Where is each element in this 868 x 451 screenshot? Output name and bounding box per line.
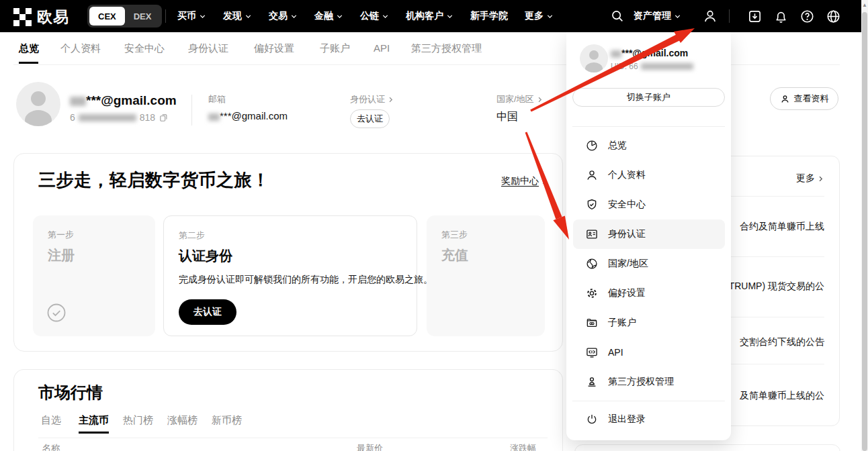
step-tag: 第三步	[441, 229, 530, 241]
stamp-icon	[585, 375, 599, 389]
onboarding-title: 三步走，轻启数字货币之旅！	[38, 168, 270, 192]
announcement-item[interactable]: 合约及简单赚币上线	[740, 221, 824, 233]
dropdown-item-overview[interactable]: 总览	[573, 131, 725, 160]
blurred-text	[70, 97, 86, 106]
search-icon	[610, 9, 625, 23]
brand-name: 欧易	[37, 7, 69, 28]
active-tab-underline	[19, 62, 38, 64]
menu-item-buy[interactable]: 买币	[177, 10, 206, 22]
dropdown-item-api[interactable]: API	[573, 338, 725, 367]
market-col-change: 涨跌幅	[510, 442, 536, 451]
dropdown-item-profile[interactable]: 个人资料	[573, 160, 725, 190]
view-profile-button[interactable]: 查看资料	[770, 87, 838, 110]
announcement-item[interactable]: TRUMP) 现货交易的公	[729, 281, 824, 293]
dropdown-item-logout[interactable]: 退出登录	[573, 405, 725, 434]
page-scrollbar[interactable]: ▲	[861, 0, 868, 451]
assets-menu[interactable]: 资产管理	[634, 0, 681, 32]
market-col-name: 名称	[42, 442, 60, 451]
top-navbar: 欧易 CEX DEX 买币 发现 交易 金融 公链 机构客户 新手学院 更多 资…	[0, 0, 868, 32]
chevron-down-icon	[446, 13, 453, 20]
tab-security[interactable]: 安全中心	[124, 42, 165, 55]
blurred-text	[611, 50, 621, 58]
dropdown-avatar	[580, 44, 608, 72]
market-card: 市场行情 自选 主流币 热门榜 涨幅榜 新币榜 名称 最新价 涨跌幅	[13, 369, 563, 451]
notifications-button[interactable]	[773, 0, 789, 32]
profile-divider	[191, 95, 192, 126]
dropdown-item-kyc[interactable]: 身份认证	[573, 219, 725, 249]
next-card-edge	[574, 444, 840, 451]
market-tab-favorites[interactable]: 自选	[41, 414, 61, 427]
scroll-up-arrow[interactable]: ▲	[861, 1, 868, 9]
top-menu: 买币 发现 交易 金融 公链 机构客户 新手学院 更多	[177, 0, 554, 32]
menu-item-academy[interactable]: 新手学院	[470, 10, 508, 22]
menu-item-discover[interactable]: 发现	[223, 10, 252, 22]
region-field-label[interactable]: 国家/地区	[496, 93, 544, 105]
market-tab-gainers[interactable]: 涨幅榜	[167, 414, 198, 427]
help-icon	[799, 9, 815, 24]
step-description: 完成身份认证即可解锁我们的所有功能，开启您的欧易之旅。	[179, 274, 402, 286]
tab-third-party[interactable]: 第三方授权管理	[411, 42, 482, 55]
chevron-right-icon	[387, 96, 394, 103]
copy-icon[interactable]	[159, 113, 169, 123]
api-icon	[585, 346, 599, 359]
chevron-down-icon	[245, 13, 252, 20]
market-tab-hot[interactable]: 热门榜	[123, 414, 153, 427]
market-tab-mainstream[interactable]: 主流币	[79, 414, 109, 427]
chevron-down-icon	[199, 13, 206, 20]
search-button[interactable]	[610, 0, 625, 32]
account-uid: 6818	[70, 112, 169, 123]
dropdown-item-region[interactable]: 国家/地区	[573, 249, 725, 279]
announcement-item[interactable]: 交割合约下线的公告	[740, 336, 824, 348]
power-icon	[585, 413, 599, 426]
panel-divider	[572, 126, 725, 127]
switch-subaccount-button[interactable]: 切换子账户	[572, 88, 725, 107]
go-verify-button[interactable]: 去认证	[179, 299, 236, 325]
tab-overview[interactable]: 总览	[19, 42, 39, 55]
tab-profile[interactable]: 个人资料	[60, 42, 101, 55]
chevron-right-icon	[540, 178, 548, 185]
dropdown-item-third-party[interactable]: 第三方授权管理	[573, 367, 725, 397]
globe-icon	[826, 9, 841, 24]
menu-item-finance[interactable]: 金融	[314, 10, 343, 22]
download-app-button[interactable]	[747, 0, 763, 32]
menu-item-trade[interactable]: 交易	[269, 10, 298, 22]
account-dropdown-panel: ***@gmail.com UID: 66 切换子账户 总览 个人资料 安全中心…	[566, 32, 731, 440]
announcements-more-link[interactable]: 更多	[796, 172, 824, 185]
tab-kyc[interactable]: 身份认证	[188, 42, 228, 55]
announcement-item[interactable]: 及简单赚币上线的公	[740, 390, 824, 402]
dropdown-item-preferences[interactable]: 偏好设置	[573, 279, 725, 308]
user-icon	[780, 94, 790, 104]
menu-item-institutional[interactable]: 机构客户	[406, 10, 453, 22]
dropdown-uid: UID: 66	[611, 62, 693, 71]
scrollbar-thumb[interactable]	[862, 12, 867, 451]
menu-item-more[interactable]: 更多	[525, 10, 554, 22]
kyc-field-label[interactable]: 身份认证	[350, 93, 394, 105]
okx-logo-icon	[13, 8, 32, 26]
menu-item-chain[interactable]: 公链	[360, 10, 389, 22]
help-button[interactable]	[799, 0, 815, 32]
reward-center-link[interactable]: 奖励中心	[501, 175, 548, 187]
dropdown-item-subaccount[interactable]: 子账户	[573, 308, 725, 338]
market-tab-new[interactable]: 新币榜	[212, 414, 242, 427]
bell-icon	[773, 9, 789, 24]
account-button[interactable]	[702, 0, 718, 32]
globe-icon	[585, 257, 599, 270]
dropdown-email: ***@gmail.com	[611, 48, 688, 58]
language-button[interactable]	[826, 0, 841, 32]
onboarding-card: 三步走，轻启数字货币之旅！ 奖励中心 第一步 注册 第二步 认证身份 完成身份认…	[13, 153, 563, 352]
step-card-verify: 第二步 认证身份 完成身份认证即可解锁我们的所有功能，开启您的欧易之旅。 去认证	[163, 215, 417, 336]
kyc-verify-button[interactable]: 去认证	[350, 109, 390, 128]
shield-check-icon	[585, 198, 599, 211]
dex-toggle-button[interactable]: DEX	[125, 7, 161, 26]
tab-preferences[interactable]: 偏好设置	[254, 42, 294, 55]
profile-avatar	[16, 82, 60, 126]
dropdown-item-security[interactable]: 安全中心	[573, 190, 725, 219]
tab-api[interactable]: API	[374, 42, 390, 54]
cex-toggle-button[interactable]: CEX	[89, 7, 125, 26]
brand[interactable]: 欧易	[13, 7, 69, 28]
gear-icon	[585, 287, 599, 300]
tab-subaccount[interactable]: 子账户	[320, 42, 350, 55]
step-tag: 第二步	[179, 230, 402, 242]
user-icon	[585, 168, 599, 182]
panel-divider	[572, 401, 725, 401]
